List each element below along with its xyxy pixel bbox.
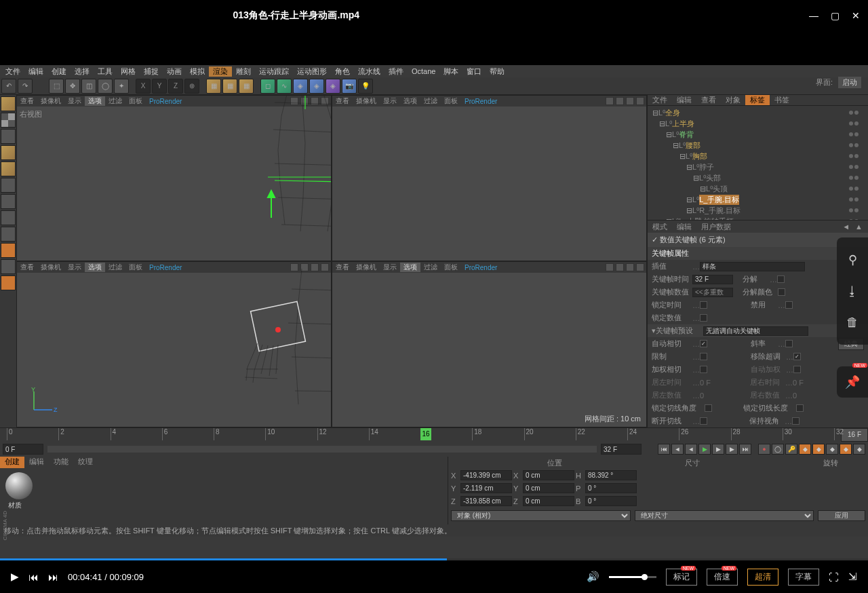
keymode-icon[interactable]: ◆ (799, 444, 811, 455)
menu-script[interactable]: 脚本 (439, 66, 462, 77)
tree-row[interactable]: ⊟L⁰ 腰部 (649, 140, 867, 151)
menu-snap[interactable]: 捕捉 (140, 66, 163, 77)
undo-icon[interactable]: ↶ (1, 79, 16, 94)
z-axis-icon[interactable]: Z (168, 79, 183, 94)
y-axis-icon[interactable]: Y (152, 79, 167, 94)
menu-help[interactable]: 帮助 (486, 66, 509, 77)
vp-max-icon[interactable] (321, 97, 329, 105)
menu-render[interactable]: 渲染 (209, 66, 232, 77)
generator-icon[interactable]: ◈ (293, 79, 308, 94)
pos-z-input[interactable] (460, 496, 512, 506)
menu-sculpt[interactable]: 雕刻 (232, 66, 255, 77)
menu-mograph[interactable]: 运动图形 (293, 66, 331, 77)
texture-mode-icon[interactable] (1, 113, 16, 128)
goto-end-icon[interactable]: ⏭ (739, 444, 751, 455)
size-x-input[interactable] (523, 470, 574, 480)
prev-frame-icon[interactable]: ◄ (685, 444, 697, 455)
point-mode-icon[interactable] (1, 178, 16, 193)
locktime-check[interactable] (700, 301, 707, 309)
tree-row[interactable]: ⊟L⁰ 脊背 (649, 129, 867, 140)
spline-icon[interactable]: ∿ (277, 79, 292, 94)
next-key-icon[interactable]: ▶ (726, 444, 738, 455)
disable-check[interactable] (785, 301, 793, 309)
next-frame-icon[interactable]: ▶ (712, 444, 724, 455)
deformer-icon[interactable]: ◈ (309, 79, 324, 94)
tree-row[interactable]: ⊟L⁰ 头部 (649, 172, 867, 183)
select-tool-icon[interactable]: ⬚ (49, 79, 64, 94)
obj-tab-view[interactable]: 查看 (696, 95, 721, 105)
lock-icon[interactable] (1, 259, 16, 274)
keymode4-icon[interactable]: ◆ (840, 444, 852, 455)
volume-slider[interactable] (609, 576, 656, 578)
timeline-ruler[interactable]: 0246810121416182022242628303216 16 F (0, 428, 868, 442)
environment-icon[interactable]: ◈ (326, 79, 340, 94)
nav-up-icon[interactable]: ▲ (855, 223, 868, 231)
keytime-input[interactable] (692, 275, 733, 284)
obj-tab-tags[interactable]: 标签 (745, 95, 770, 105)
tree-row[interactable]: ⊟L⁰ 胸部 (649, 151, 867, 161)
menu-pipeline[interactable]: 流水线 (354, 66, 384, 77)
tree-row[interactable]: ⊟L⁰ 头顶 (649, 183, 867, 194)
attr-tab-mode[interactable]: 模式 (648, 222, 672, 232)
axis-mode-icon[interactable] (1, 161, 16, 176)
layout-start-button[interactable]: 启动 (838, 77, 861, 88)
redo-icon[interactable]: ↷ (18, 79, 33, 94)
fullscreen-icon[interactable]: ⛶ (829, 571, 839, 583)
menu-file[interactable]: 文件 (1, 66, 24, 77)
interp-input[interactable] (700, 262, 805, 271)
viewport-bottom-left[interactable]: 查看 摄像机 显示 选项 过滤 面板 ProRender (16, 261, 332, 427)
minimize-icon[interactable]: — (809, 10, 818, 21)
tree-row[interactable]: ⊟L⁰ L_手腕.目标 (649, 194, 867, 205)
obj-tab-edit[interactable]: 编辑 (672, 95, 696, 105)
prev-key-icon[interactable]: ◄ (671, 444, 684, 455)
coord-mode-select[interactable]: 对象 (相对) (451, 510, 631, 521)
wide-icon[interactable]: ⇲ (848, 571, 857, 583)
tree-row[interactable]: ⊟L⁰ 全身 (649, 107, 867, 118)
color-check[interactable] (778, 288, 785, 296)
menu-select[interactable]: 选择 (71, 66, 94, 77)
frame-end-input[interactable] (601, 444, 642, 455)
light-icon[interactable]: 💡 (358, 79, 373, 94)
attr-tab-edit[interactable]: 编辑 (672, 222, 696, 232)
record-icon[interactable]: ● (758, 444, 770, 455)
mark-button[interactable]: NEW标记 (666, 569, 697, 586)
volume-icon[interactable]: 🔊 (587, 571, 599, 583)
vp-nav-icon[interactable] (311, 97, 319, 105)
key-icon[interactable]: 🔑 (785, 444, 797, 455)
viewport-top-left[interactable]: 查看 摄像机 显示 选项 过滤 面板 ProRender 右视图 (16, 95, 332, 261)
render-region-icon[interactable]: ▦ (222, 79, 237, 94)
last-tool-icon[interactable]: ✦ (114, 79, 129, 94)
pos-y-input[interactable] (460, 483, 512, 493)
autokey-icon[interactable]: ◯ (772, 444, 784, 455)
mat-tab-create[interactable]: 创建 (0, 457, 24, 468)
menu-tools[interactable]: 工具 (94, 66, 117, 77)
keymode3-icon[interactable]: ◆ (826, 444, 838, 455)
next-icon[interactable]: ⏭ (48, 571, 58, 583)
rot-b-input[interactable] (585, 496, 637, 506)
size-y-input[interactable] (523, 483, 574, 493)
play-icon[interactable]: ▶ (11, 571, 19, 583)
object-tree[interactable]: ⊟L⁰ 全身⊟L⁰ 上半身⊟L⁰ 脊背⊟L⁰ 腰部⊟L⁰ 胸部⊟L⁰ 脖子⊟L⁰… (648, 106, 868, 220)
material-preview[interactable] (5, 472, 33, 499)
menu-create[interactable]: 创建 (47, 66, 71, 77)
tree-row[interactable]: ⊟L⁰ 上半身 (649, 118, 867, 129)
viewport-bottom-right[interactable]: 查看 摄像机 显示 选项 过滤 面板 ProRender 网格间距 : 10 c… (332, 261, 647, 427)
share-icon[interactable]: ⚲ (837, 244, 868, 275)
mat-tab-edit[interactable]: 编辑 (24, 457, 49, 468)
download-icon[interactable]: ⭳ (837, 275, 868, 307)
quality-button[interactable]: 超清 (747, 569, 778, 586)
prev-icon[interactable]: ⏮ (28, 571, 39, 583)
menu-edit[interactable]: 编辑 (24, 66, 47, 77)
obj-tab-object[interactable]: 对象 (721, 95, 745, 105)
preset-input[interactable] (703, 326, 808, 336)
cube-primitive-icon[interactable]: ◻ (260, 79, 275, 94)
keyval-input[interactable] (692, 288, 733, 297)
autotan-check[interactable] (700, 340, 707, 347)
world-axis-icon[interactable]: ⊕ (184, 79, 199, 94)
tree-row[interactable]: ⊟L⁰ R_手腕.目标 (649, 205, 867, 216)
menu-simulate[interactable]: 模拟 (186, 66, 209, 77)
pos-x-input[interactable] (460, 470, 512, 480)
mat-tab-tex[interactable]: 纹理 (73, 457, 98, 468)
object-mode-icon[interactable] (1, 145, 16, 160)
frame-start-input[interactable] (3, 444, 43, 455)
